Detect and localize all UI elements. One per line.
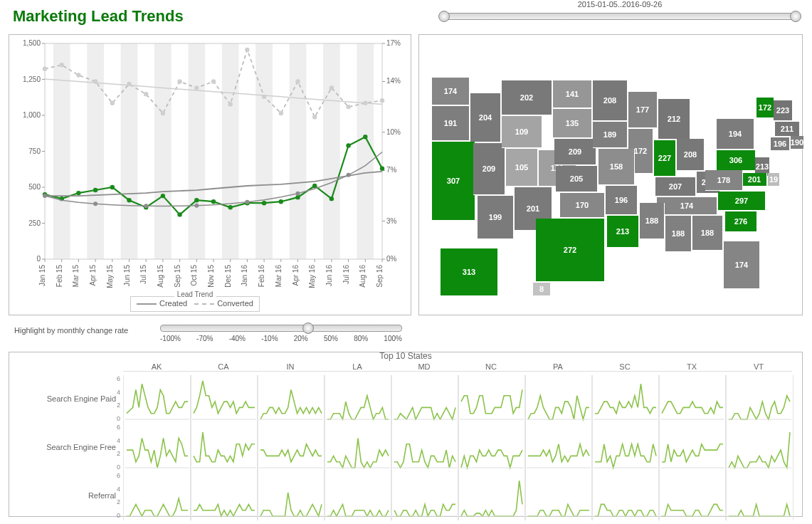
state-ne[interactable]: 209 [554,139,596,165]
state-mt[interactable]: 202 [502,80,552,115]
state-mo[interactable]: 158 [599,149,635,185]
state-md[interactable]: 201 [742,173,767,187]
highlight-slider[interactable] [160,325,402,332]
state-mi[interactable]: 212 [658,99,690,140]
spark-referral-ca[interactable] [190,472,258,520]
highlight-handle[interactable] [302,323,314,334]
spark-referral-sc[interactable] [591,472,660,520]
svg-text:Jan 15: Jan 15 [38,265,46,286]
svg-rect-2 [121,43,138,259]
spark-search-engine-paid-la[interactable] [324,375,392,424]
state-de[interactable]: 19 [768,173,780,187]
spark-referral-pa[interactable] [524,472,593,520]
state-tx[interactable]: 272 [536,219,605,282]
state-or[interactable]: 191 [432,106,470,141]
spark-row-referral: Referral [16,491,116,500]
state-nc[interactable]: 297 [718,192,766,211]
state-ms[interactable]: 188 [640,203,665,239]
spark-search-engine-free-ca[interactable] [190,424,258,472]
spark-referral-nc[interactable] [458,472,526,520]
state-la[interactable]: 213 [607,216,639,248]
spark-referral-la[interactable] [324,472,392,520]
svg-point-88 [194,198,199,202]
state-ut[interactable]: 105 [506,149,538,187]
spark-search-engine-free-ak[interactable] [123,424,191,472]
state-hi[interactable]: 8 [533,283,551,296]
spark-referral-ak[interactable] [123,472,191,520]
state-in[interactable]: 227 [654,140,676,177]
state-al[interactable]: 188 [665,216,692,252]
state-nd[interactable]: 141 [553,80,592,108]
state-ar[interactable]: 196 [606,186,638,215]
lead-trend-chart[interactable]: 02505007501,0001,2501,5000%3%7%10%14%17%… [9,34,411,315]
state-vt[interactable]: 172 [756,98,774,118]
spark-search-engine-paid-sc[interactable] [591,375,660,424]
date-handle-start[interactable] [438,11,450,22]
state-ma[interactable]: 211 [775,122,800,137]
state-oh[interactable]: 208 [677,139,705,171]
us-map[interactable]: 1741912042021412081772121941722232111961… [418,34,803,315]
spark-search-engine-free-tx[interactable] [658,424,727,472]
spark-search-engine-paid-tx[interactable] [658,375,727,424]
spark-search-engine-free-vt[interactable] [725,424,793,472]
spark-referral-in[interactable] [257,472,325,520]
spark-search-engine-paid-vt[interactable] [725,375,793,424]
spark-search-engine-paid-pa[interactable] [524,375,593,424]
state-ak[interactable]: 313 [441,248,498,296]
state-nv[interactable]: 209 [473,143,505,195]
svg-point-124 [329,85,334,90]
svg-point-127 [380,98,384,103]
state-ok[interactable]: 170 [560,193,605,218]
svg-text:Nov 15: Nov 15 [207,265,215,288]
spark-search-engine-free-la[interactable] [324,424,392,472]
state-pa[interactable]: 306 [717,150,756,171]
state-ri[interactable]: 190 [791,136,804,150]
date-range-label: 2015-01-05..2016-09-26 [442,0,798,9]
spark-search-engine-paid-md[interactable] [391,375,459,424]
state-id[interactable]: 204 [470,93,501,142]
state-mn[interactable]: 208 [593,80,628,121]
spark-search-engine-paid-ak[interactable] [123,375,191,424]
spark-search-engine-free-md[interactable] [391,424,459,472]
svg-rect-5 [222,43,239,259]
svg-text:Jul 15: Jul 15 [139,265,147,284]
svg-text:May 15: May 15 [106,265,114,288]
state-fl[interactable]: 174 [724,241,760,289]
state-wi[interactable]: 177 [628,92,658,128]
spark-search-engine-paid-in[interactable] [257,375,325,424]
svg-text:Sep 15: Sep 15 [174,265,181,288]
state-wa[interactable]: 174 [432,78,470,105]
spark-search-engine-free-nc[interactable] [458,424,526,472]
svg-point-123 [312,115,317,119]
state-sd[interactable]: 135 [553,109,592,138]
svg-point-108 [60,63,64,67]
state-ks[interactable]: 205 [556,166,598,192]
state-va[interactable]: 178 [705,170,743,191]
state-ct[interactable]: 196 [771,137,790,151]
spark-search-engine-paid-ca[interactable] [190,375,258,424]
state-ky[interactable]: 207 [655,177,696,197]
legend-created: Created [159,299,187,308]
state-wy[interactable]: 109 [502,116,542,148]
spark-col-vt: VT [725,362,792,372]
spark-search-engine-free-pa[interactable] [524,424,593,472]
svg-point-99 [380,167,384,171]
sparks-title: Top 10 States [379,351,431,361]
spark-referral-vt[interactable] [725,472,793,520]
state-ia[interactable]: 189 [593,122,628,148]
state-nh[interactable]: 223 [774,100,793,121]
svg-point-116 [194,85,199,90]
spark-search-engine-paid-nc[interactable] [458,375,526,424]
state-tn[interactable]: 174 [657,197,717,215]
state-ca[interactable]: 307 [432,142,475,221]
state-ny[interactable]: 194 [717,119,754,150]
state-sc[interactable]: 276 [725,211,757,232]
state-az[interactable]: 199 [478,196,514,239]
state-ga[interactable]: 188 [692,216,723,251]
date-range-slider[interactable] [442,13,798,20]
date-handle-end[interactable] [790,11,801,22]
spark-referral-tx[interactable] [658,472,727,520]
spark-search-engine-free-in[interactable] [257,424,325,472]
spark-search-engine-free-sc[interactable] [591,424,660,472]
spark-referral-md[interactable] [391,472,459,520]
